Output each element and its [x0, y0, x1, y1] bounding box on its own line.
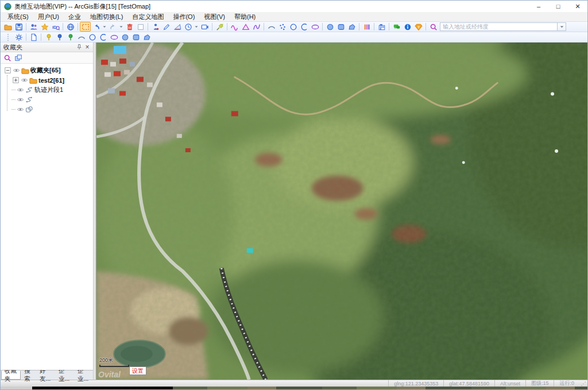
redo-button[interactable]: [107, 22, 118, 32]
arc-tool-button[interactable]: [76, 32, 87, 42]
minimize-button[interactable]: –: [529, 1, 548, 12]
undo-button[interactable]: [91, 22, 102, 32]
map-scale-bar: 200米: [99, 357, 129, 367]
map-settings-button[interactable]: 设置: [129, 366, 146, 375]
chat-button[interactable]: [391, 22, 402, 32]
panel-close-icon[interactable]: ×: [83, 43, 91, 51]
panel-layers-button[interactable]: [13, 53, 24, 63]
favorites-tree: 收藏夹[65] test2[61] 轨迹片段1: [1, 64, 93, 370]
filled-roundrect-tool-button[interactable]: [130, 32, 141, 42]
favorites-button[interactable]: [39, 22, 50, 32]
measure-button[interactable]: [172, 22, 183, 32]
visibility-eye-icon[interactable]: [20, 76, 29, 84]
placemark-button[interactable]: [150, 22, 161, 32]
visibility-eye-icon[interactable]: [16, 105, 25, 114]
tab-favorites[interactable]: 收藏夹: [1, 370, 21, 380]
address-search-input[interactable]: [440, 22, 558, 31]
track-icon: [25, 95, 33, 104]
scatter-button[interactable]: [277, 22, 288, 32]
filled-roundrect-button[interactable]: [335, 22, 346, 32]
settings-gear-button[interactable]: [13, 32, 24, 42]
visibility-eye-icon[interactable]: [12, 66, 21, 75]
history-dropdown[interactable]: [194, 22, 199, 32]
tab-enterprise-1[interactable]: 企业...: [55, 370, 74, 380]
maximize-button[interactable]: □: [548, 1, 568, 12]
menu-enterprise[interactable]: 企业: [64, 12, 86, 22]
tab-search[interactable]: 搜索: [21, 370, 36, 380]
triangle-button[interactable]: [240, 22, 251, 32]
globe-button[interactable]: [65, 22, 76, 32]
panel-search-button[interactable]: [2, 53, 13, 63]
filled-polygon-button[interactable]: [346, 22, 357, 32]
menu-system[interactable]: 系统(S): [3, 12, 33, 22]
dock-pin-icon[interactable]: [75, 43, 83, 51]
menu-user[interactable]: 用户(U): [33, 12, 64, 22]
visibility-eye-icon[interactable]: [16, 86, 25, 94]
tree-item-test2[interactable]: test2[61]: [1, 75, 93, 85]
expand-box-icon[interactable]: [11, 76, 20, 84]
tree-item-track-segment[interactable]: 轨迹片段1: [1, 85, 93, 95]
menu-view[interactable]: 视图(V): [199, 12, 230, 22]
pin-green-button[interactable]: [65, 32, 76, 42]
tree-stub: [11, 99, 16, 100]
dart-pin-button[interactable]: [214, 22, 225, 32]
tree-item-track-unnamed[interactable]: [1, 95, 93, 105]
bottom-edge-dark: [32, 387, 173, 389]
tab-enterprise-2[interactable]: 企业...: [74, 370, 93, 380]
ellipse-tool-button[interactable]: [109, 32, 119, 42]
draw-pencil-button[interactable]: [161, 22, 172, 32]
pin-blue-button[interactable]: [54, 32, 65, 42]
open-arc-tool-button[interactable]: [98, 32, 109, 42]
tree-item-favorites-root[interactable]: 收藏夹[65]: [1, 65, 93, 75]
bottom-edge-strip: [1, 387, 587, 389]
bottom-edge-left: [1, 387, 32, 389]
folder-icon: [29, 76, 37, 84]
area-select-button[interactable]: [80, 22, 91, 32]
camera-button[interactable]: [199, 22, 210, 32]
filled-polygon-tool-button[interactable]: [141, 32, 152, 42]
delete-button[interactable]: [124, 22, 135, 32]
undo-dropdown[interactable]: [102, 22, 107, 32]
resize-grip[interactable]: ⋰: [579, 381, 587, 387]
bars-button[interactable]: [361, 22, 372, 32]
menu-custom-map[interactable]: 自定义地图: [127, 12, 168, 22]
redo-dropdown[interactable]: [118, 22, 124, 32]
wave-line-button[interactable]: [229, 22, 240, 32]
curve-button[interactable]: [251, 22, 262, 32]
history-button[interactable]: [183, 22, 194, 32]
menu-operation[interactable]: 操作(O): [168, 12, 199, 22]
close-button[interactable]: ✕: [568, 1, 587, 12]
tab-friends[interactable]: 好友...: [36, 370, 55, 380]
ellipse-button[interactable]: [310, 22, 320, 32]
clear-selection-button[interactable]: [135, 22, 146, 32]
search-button[interactable]: [428, 22, 439, 32]
visibility-eye-icon[interactable]: [16, 95, 25, 104]
circle-button[interactable]: [288, 22, 299, 32]
toolbar-separator: [359, 23, 359, 30]
pin-yellow-button[interactable]: [43, 32, 54, 42]
manage-folder-button[interactable]: [2, 22, 13, 32]
friends-button[interactable]: [28, 22, 39, 32]
id-search-button[interactable]: iD: [50, 22, 61, 32]
toolbar-separator: [212, 23, 212, 30]
toolbar-separator: [63, 23, 63, 30]
filled-circle-tool-button[interactable]: [119, 32, 130, 42]
search-history-dropdown[interactable]: [558, 22, 566, 31]
filled-circle-button[interactable]: [324, 22, 335, 32]
arc-button[interactable]: [266, 22, 277, 32]
menu-help[interactable]: 帮助(H): [230, 12, 260, 22]
circle-tool-button[interactable]: [87, 32, 98, 42]
toolbar-separator: [322, 23, 323, 30]
map-scale-line: [99, 365, 129, 367]
vip-gem-button[interactable]: [413, 22, 424, 32]
building-button[interactable]: [376, 22, 387, 32]
info-button[interactable]: [402, 22, 413, 32]
menu-map-switch[interactable]: 地图切换(L): [86, 12, 127, 22]
map-canvas[interactable]: 200米 设置 Ovital: [96, 43, 587, 380]
tree-item-shapes-unnamed[interactable]: [1, 105, 93, 114]
save-button[interactable]: [13, 22, 24, 32]
collapse-box-icon[interactable]: [3, 66, 12, 75]
window-title: 奥维互动地图(VIP) -- ArcGis影像[15] [TestOmap]: [14, 2, 529, 11]
open-arc-button[interactable]: [299, 22, 310, 32]
new-page-button[interactable]: [28, 32, 39, 42]
